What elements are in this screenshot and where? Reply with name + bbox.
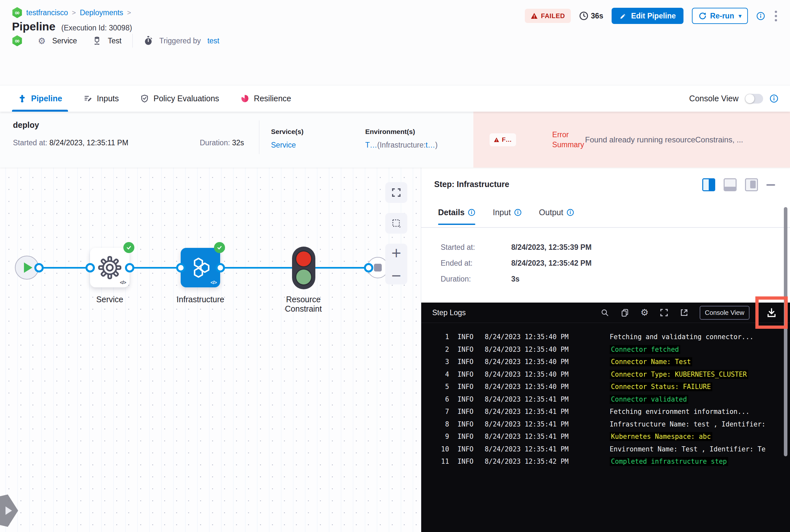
log-line-number: 10 [421,445,449,453]
shield-check-icon [140,94,149,103]
infrastructure-step-node[interactable]: </> [181,248,220,287]
panel-scrollbar[interactable] [784,207,787,456]
minimize-panel-button[interactable] [766,184,775,186]
copy-icon[interactable] [620,308,629,317]
tab-input[interactable]: Input [493,208,521,224]
marquee-select-button[interactable] [385,213,407,234]
tab-output[interactable]: Output [539,208,574,224]
fullscreen-icon[interactable] [660,308,668,317]
log-message: Connector Name: Test [610,357,692,366]
triggered-by-label: Triggered by [159,37,201,45]
breadcrumb-deployments-link[interactable]: Deployments [80,8,123,17]
graph-edge [129,267,181,269]
log-line: 5 INFO 8/24/2023 12:35:40 PM Connector S… [421,381,790,393]
log-level: INFO [458,408,477,416]
info-icon [514,209,521,216]
error-summary-label: Error Summary [552,130,584,150]
stage-summary-bar: deploy Started at: 8/24/2023, 12:35:11 P… [0,112,790,168]
console-view-toggle[interactable] [745,94,763,103]
pipeline-graph-canvas[interactable]: </> </> Service Infrastructure Resource … [0,168,421,532]
page-header: ∞ testfrancisco > Deployments > Pipeline… [0,0,790,85]
node-port [216,263,225,272]
open-in-new-icon[interactable] [680,308,688,317]
graph-edge [39,267,90,269]
triggered-by-user-link[interactable]: test [207,37,219,45]
vertical-split-view-button[interactable] [702,178,715,191]
log-level: INFO [458,433,477,440]
service-link[interactable]: Service [271,141,296,149]
environment-name[interactable]: Test [108,37,122,45]
log-level: INFO [458,383,477,391]
log-message: Connector validated [610,395,688,404]
zoom-in-button[interactable]: + [391,246,402,259]
breadcrumb: ∞ testfrancisco > Deployments > [12,7,131,18]
log-line-number: 11 [421,458,449,466]
info-icon[interactable] [770,94,778,103]
divider [259,120,259,154]
step-logs-title: Step Logs [432,308,466,317]
stage-name[interactable]: deploy [13,120,39,130]
download-logs-icon[interactable] [766,307,777,318]
stage-started: Started at: 8/24/2023, 12:35:11 PM [13,138,128,147]
log-settings-gear-icon[interactable]: ⚙ [640,308,648,317]
log-timestamp: 8/24/2023 12:35:40 PM [485,358,591,366]
log-line: 7 INFO 8/24/2023 12:35:41 PM Fetching en… [421,405,790,418]
tab-resilience[interactable]: Resilience [241,86,291,112]
inputs-icon [84,94,92,103]
expand-left-nav-arrow[interactable] [0,494,18,527]
breadcrumb-separator: > [127,9,131,17]
log-line: 11 INFO 8/24/2023 12:35:42 PM Completed … [421,455,790,468]
zoom-out-button[interactable]: − [391,269,402,282]
log-message: Fetching and validating connector... [610,333,753,341]
graph-edge [315,267,368,269]
log-level: INFO [458,370,477,378]
services-label: Service(s) [271,128,304,136]
fit-to-screen-button[interactable] [385,182,407,203]
log-line-number: 9 [421,433,449,440]
service-step-node[interactable]: </> [90,248,129,287]
log-lines: 1 INFO 8/24/2023 12:35:40 PM Fetching an… [421,323,790,468]
tab-policy-evaluations[interactable]: Policy Evaluations [140,86,219,112]
log-level: INFO [458,458,477,466]
log-line: 1 INFO 8/24/2023 12:35:40 PM Fetching an… [421,331,790,343]
log-line-number: 5 [421,383,449,391]
edit-pipeline-button[interactable]: Edit Pipeline [612,8,683,24]
search-icon[interactable] [601,308,609,317]
log-line: 8 INFO 8/24/2023 12:35:41 PM Infrastruct… [421,418,790,431]
info-icon[interactable] [756,12,765,20]
rerun-button[interactable]: Re-run ▾ [692,8,748,24]
info-icon [468,209,475,216]
tab-details[interactable]: Details [438,208,475,224]
tab-inputs[interactable]: Inputs [84,86,119,112]
floating-view-button[interactable] [745,178,758,191]
console-view-label: Console View [689,94,738,103]
log-level: INFO [458,333,477,341]
selection-box-icon [391,218,402,228]
tabs-bar: Pipeline Inputs Policy Evaluations Resil… [0,85,790,112]
clock-icon [579,11,588,20]
breadcrumb-project-link[interactable]: testfrancisco [26,8,68,17]
step-logs-header: Step Logs ⚙ Console View [421,303,790,323]
step-details-panel: Step: Infrastructure Details Input Outpu… [421,168,790,532]
service-node-label: Service [74,295,145,304]
ended-at-value: 8/24/2023, 12:35:42 PM [511,259,591,268]
log-message: Connector fetched [610,345,680,354]
node-port [125,263,134,272]
horizontal-split-view-button[interactable] [723,178,737,191]
harness-cd-icon: ∞ [12,7,22,18]
warning-icon [494,137,499,142]
started-at-label: Started at: [441,243,511,252]
resource-constraint-node[interactable] [292,247,315,289]
execution-id: (Execution Id: 30098) [61,24,132,32]
more-options-menu[interactable] [773,10,778,23]
tab-pipeline[interactable]: Pipeline [18,86,62,112]
log-line: 3 INFO 8/24/2023 12:35:40 PM Connector N… [421,356,790,368]
service-name[interactable]: Service [52,37,77,45]
environment-link[interactable]: T…(Infrastructure:t…) [365,141,438,150]
play-icon [24,263,32,273]
hexagons-icon [189,256,212,279]
pencil-icon [619,12,627,20]
logs-console-view-button[interactable]: Console View [700,306,750,320]
status-badge: FAILED [525,9,571,23]
log-message: Completed infrastructure step [610,457,728,466]
